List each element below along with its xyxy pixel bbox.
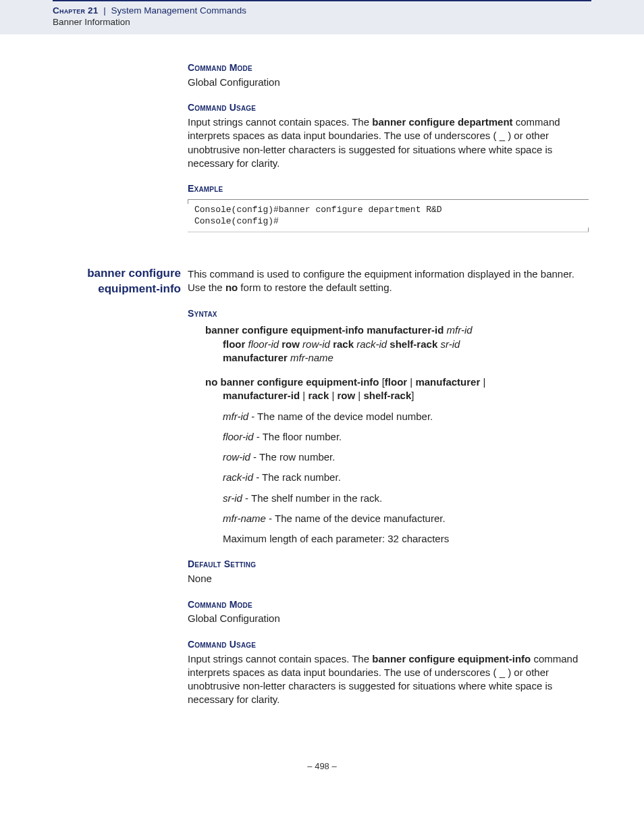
syntax-form-2: no banner configure equipment-info [floo… — [205, 375, 591, 403]
syntax-form-1: banner configure equipment-info manufact… — [205, 323, 591, 365]
command-usage-body: Input strings cannot contain spaces. The… — [188, 115, 591, 170]
section-command-usage-2: Command Usage — [188, 638, 591, 651]
section-syntax: Syntax — [188, 307, 591, 320]
page-number: – 498 – — [53, 761, 591, 798]
section-default-setting: Default Setting — [188, 558, 591, 571]
section-command-mode: Command Mode — [188, 61, 591, 74]
command-mode-body-2: Global Configuration — [188, 612, 591, 625]
example-code: Console(config)#banner configure departm… — [188, 199, 589, 232]
chapter-number: Chapter 21 — [53, 5, 99, 16]
section-command-mode-2: Command Mode — [188, 598, 591, 611]
section-example: Example — [188, 182, 591, 195]
command-usage-body-2: Input strings cannot contain spaces. The… — [188, 652, 591, 707]
chapter-subtitle: Banner Information — [53, 17, 591, 27]
command-title-line1: banner configure — [53, 266, 181, 282]
parameter-list: mfr-id - The name of the device model nu… — [223, 410, 591, 546]
chapter-separator: | — [103, 5, 106, 16]
chapter-title: System Management Commands — [111, 5, 246, 16]
command-intro: This command is used to configure the eq… — [188, 267, 591, 295]
command-mode-body: Global Configuration — [188, 76, 591, 89]
section-command-usage: Command Usage — [188, 101, 591, 114]
page-header: Chapter 21 | System Management Commands … — [0, 0, 644, 34]
command-title-line2: equipment-info — [53, 282, 181, 297]
default-setting-body: None — [188, 572, 591, 585]
